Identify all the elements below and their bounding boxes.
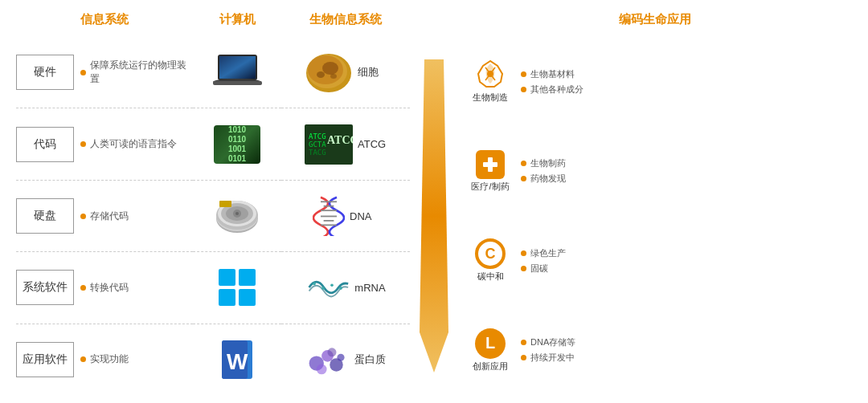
info-row-0: 硬件 保障系统运行的物理装置 bbox=[16, 37, 193, 108]
bio-icon-rows: 细胞 ATCG GCTA TACG ATCG ATCG bbox=[281, 37, 410, 395]
bullet-item: 其他各种成分 bbox=[521, 83, 583, 96]
svg-point-40 bbox=[331, 284, 334, 287]
svg-rect-2 bbox=[219, 56, 256, 79]
svg-point-41 bbox=[340, 287, 343, 291]
svg-rect-15 bbox=[239, 269, 256, 286]
svg-point-46 bbox=[328, 348, 337, 356]
bullet-item: 生物制药 bbox=[521, 157, 566, 169]
svg-rect-16 bbox=[219, 289, 235, 306]
col-arrow bbox=[410, 8, 458, 395]
svg-point-12 bbox=[235, 212, 239, 215]
bullet-dot bbox=[521, 71, 526, 77]
bullet-dot bbox=[521, 176, 526, 181]
bullet-dot bbox=[521, 250, 526, 256]
col-info-system: 信息系统 硬件 保障系统运行的物理装置 代码 人类可读的语言指令 硬盘 bbox=[16, 8, 193, 395]
medical-label: 医疗/制药 bbox=[471, 181, 509, 193]
bullet-dot bbox=[521, 340, 526, 345]
mrna-icon bbox=[305, 269, 350, 306]
app-row-bio-make: 生物制造 生物基材料 其他各种成分 bbox=[466, 37, 852, 127]
svg-rect-14 bbox=[219, 269, 235, 286]
info-row-2: 硬盘 存储代码 bbox=[16, 181, 193, 252]
bullet-icon bbox=[80, 214, 86, 219]
svg-point-51 bbox=[487, 71, 493, 77]
col4-header: 编码生命应用 bbox=[458, 8, 852, 37]
svg-text:ATCG: ATCG bbox=[327, 134, 353, 146]
bullet-item: 固碳 bbox=[521, 263, 566, 275]
bullet-dot bbox=[521, 87, 526, 92]
svg-point-24 bbox=[322, 62, 338, 75]
label-sys-software: 系统软件 bbox=[16, 270, 74, 305]
bullet-dot bbox=[521, 161, 526, 166]
bullet-item: 生物基材料 bbox=[521, 68, 583, 80]
innovate-label: 创新应用 bbox=[473, 360, 508, 372]
svg-point-47 bbox=[337, 353, 344, 360]
bio-row-atcg: ATCG GCTA TACG ATCG ATCG bbox=[281, 108, 410, 180]
bullet-item: 绿色生产 bbox=[521, 247, 566, 259]
col-computer: 计算机 bbox=[193, 8, 281, 395]
medical-cross-icon bbox=[481, 155, 500, 174]
app-row-carbon: C 碳中和 绿色生产 固碳 bbox=[466, 216, 852, 306]
svg-rect-13 bbox=[219, 201, 231, 207]
computer-icon-word: W bbox=[193, 324, 281, 395]
info-rows: 硬件 保障系统运行的物理装置 代码 人类可读的语言指令 硬盘 存储代码 bbox=[16, 37, 193, 395]
bio-make-label: 生物制造 bbox=[473, 92, 508, 104]
innovate-bullets: DNA存储等 持续开发中 bbox=[521, 336, 575, 364]
info-row-4: 应用软件 实现功能 bbox=[16, 324, 193, 395]
svg-text:ATCG: ATCG bbox=[309, 132, 326, 140]
bullet-item: 持续开发中 bbox=[521, 352, 575, 364]
desc-app-software: 实现功能 bbox=[80, 352, 129, 366]
laptop-icon bbox=[211, 51, 264, 93]
carbon-wrap: C 碳中和 bbox=[466, 238, 514, 283]
svg-point-38 bbox=[313, 283, 317, 286]
bullet-icon bbox=[80, 285, 86, 291]
computer-icon-code: 1010011010010101 bbox=[193, 108, 281, 180]
app-row-medical: 医疗/制药 生物制药 药物发现 bbox=[466, 127, 852, 217]
bio-row-dna: DNA bbox=[281, 181, 410, 252]
desc-hdd: 存储代码 bbox=[80, 210, 129, 223]
col2-header: 计算机 bbox=[193, 8, 281, 37]
computer-icon-rows: 1010011010010101 bbox=[193, 37, 281, 395]
svg-rect-4 bbox=[213, 81, 262, 85]
cell-icon bbox=[305, 51, 353, 95]
desc-hardware: 保障系统运行的物理装置 bbox=[80, 59, 193, 86]
info-row-1: 代码 人类可读的语言指令 bbox=[16, 108, 193, 180]
bio-label-mrna: mRNA bbox=[354, 282, 385, 294]
col3-header: 生物信息系统 bbox=[281, 8, 410, 37]
bio-label-cell: 细胞 bbox=[358, 65, 387, 79]
arrow-icon bbox=[418, 59, 450, 372]
innovate-icon: L bbox=[475, 328, 506, 359]
bullet-dot bbox=[521, 355, 526, 360]
svg-rect-17 bbox=[239, 289, 256, 306]
innovate-wrap: L 创新应用 bbox=[466, 328, 514, 372]
bullet-item: 药物发现 bbox=[521, 173, 566, 185]
svg-point-45 bbox=[317, 364, 327, 374]
bullet-icon bbox=[80, 141, 86, 147]
svg-text:W: W bbox=[227, 349, 248, 374]
col-app: 编码生命应用 生物制造 生物基材料 bbox=[458, 8, 852, 395]
carbon-label: 碳中和 bbox=[477, 271, 504, 283]
label-hardware: 硬件 bbox=[16, 55, 74, 90]
atcg-icon: ATCG GCTA TACG ATCG bbox=[305, 124, 353, 165]
bio-label-dna: DNA bbox=[350, 210, 379, 222]
col-bio-system: 生物信息系统 细胞 ATCG GCTA bbox=[281, 8, 410, 395]
dna-icon bbox=[313, 196, 345, 236]
svg-point-26 bbox=[330, 74, 337, 79]
svg-point-25 bbox=[317, 71, 325, 78]
computer-icon-windows bbox=[193, 252, 281, 324]
windows-icon bbox=[217, 267, 257, 307]
computer-icon-hdd bbox=[193, 181, 281, 252]
bullet-dot bbox=[521, 266, 526, 271]
desc-sys-software: 转换代码 bbox=[80, 281, 129, 295]
medical-icon bbox=[476, 150, 505, 179]
svg-rect-53 bbox=[483, 162, 497, 167]
code-matrix-icon: 1010011010010101 bbox=[214, 125, 260, 164]
protein-icon bbox=[305, 341, 350, 378]
app-row-innovate: L 创新应用 DNA存储等 持续开发中 bbox=[466, 306, 852, 396]
label-app-software: 应用软件 bbox=[16, 342, 74, 377]
col1-header: 信息系统 bbox=[16, 8, 193, 37]
desc-code: 人类可读的语言指令 bbox=[80, 137, 177, 151]
carbon-bullets: 绿色生产 固碳 bbox=[521, 247, 566, 275]
bullet-item: DNA存储等 bbox=[521, 336, 575, 348]
bio-make-icon bbox=[473, 59, 507, 90]
bio-row-protein: 蛋白质 bbox=[281, 324, 410, 395]
